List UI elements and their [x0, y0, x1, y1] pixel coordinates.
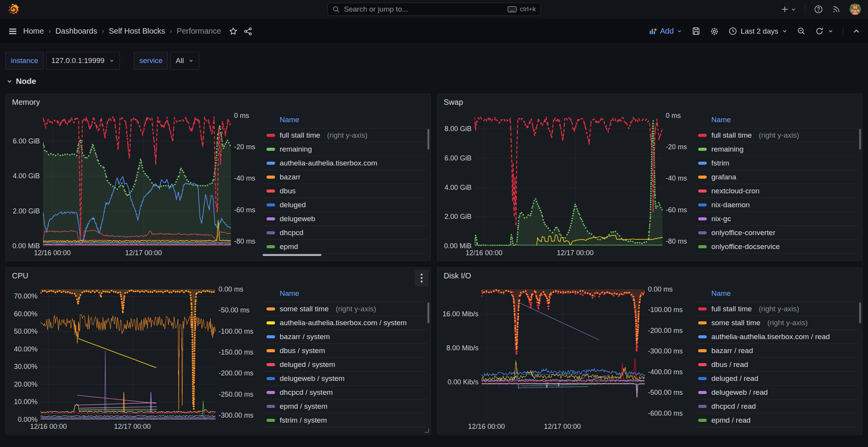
- legend-item[interactable]: authelia-authelia.tiserbox.com / read: [694, 329, 858, 343]
- legend-item[interactable]: full stall time(right y-axis): [263, 128, 427, 142]
- user-avatar[interactable]: [849, 3, 861, 15]
- legend-item[interactable]: full stall time(right y-axis): [694, 128, 858, 142]
- variable-instance-label[interactable]: instance: [5, 52, 44, 70]
- legend-item[interactable]: postgresql: [694, 253, 858, 258]
- legend-item[interactable]: fstrim: [694, 156, 858, 170]
- legend-item[interactable]: epmd / system: [263, 399, 427, 413]
- new-menu-button[interactable]: [781, 5, 796, 14]
- legend-item[interactable]: nix-daemon: [694, 198, 858, 212]
- legend-item[interactable]: some stall time(right y-axis): [263, 302, 427, 316]
- add-panel-button[interactable]: Add: [649, 27, 682, 36]
- legend-item[interactable]: grafana: [694, 170, 858, 184]
- legend-item[interactable]: deluged: [263, 198, 427, 212]
- panel-resize-handle[interactable]: [425, 428, 429, 433]
- legend-series-swatch: [698, 349, 707, 352]
- share-button[interactable]: [243, 27, 253, 36]
- y-axis-tick-label: 2.00 GiB: [13, 207, 40, 215]
- legend-item[interactable]: remaining: [694, 142, 858, 156]
- legend-item[interactable]: dhcpcd: [263, 225, 427, 239]
- y-axis-tick-label: -300.00 ms: [648, 347, 683, 355]
- search-input[interactable]: Search or jump to... ctrl+k: [327, 3, 541, 16]
- y-axis-tick-label: -60 ms: [666, 206, 687, 214]
- chart-plot-area[interactable]: [482, 289, 645, 420]
- legend-item[interactable]: dhcpcd / system: [263, 385, 427, 399]
- panel-title[interactable]: CPU: [12, 271, 28, 280]
- legend-scrollbar[interactable]: [427, 129, 429, 150]
- variable-instance-value[interactable]: 127.0.0.1:19999: [46, 52, 120, 70]
- grafana-logo[interactable]: [7, 3, 19, 15]
- panel-title[interactable]: Disk I/O: [444, 271, 471, 280]
- legend-item[interactable]: delugeweb / system: [263, 371, 427, 385]
- legend-item[interactable]: epmd: [263, 239, 427, 253]
- legend-scrollbar[interactable]: [427, 302, 429, 323]
- refresh-icon: [815, 27, 824, 36]
- time-range-picker[interactable]: Last 2 days: [728, 27, 788, 36]
- breadcrumb-dashboards[interactable]: Dashboards: [55, 27, 97, 36]
- y-axis-tick-label: -400.00 ms: [648, 368, 683, 376]
- legend-item[interactable]: dhcpcd / read: [694, 399, 858, 413]
- legend-item[interactable]: dbus: [263, 184, 427, 198]
- legend-item[interactable]: nextcloud-cron: [694, 184, 858, 198]
- breadcrumb-folder[interactable]: Self Host Blocks: [109, 27, 165, 36]
- legend-item[interactable]: dbus / system: [263, 343, 427, 357]
- legend-series-label: full stall time: [280, 131, 320, 140]
- row-node-toggle[interactable]: Node: [6, 77, 863, 86]
- collapse-toolbar-button[interactable]: [853, 27, 860, 35]
- panel-legend: Name full stall time(right y-axis)some s…: [690, 283, 862, 431]
- legend-item[interactable]: some stall time(right y-axis): [694, 316, 858, 329]
- chart-plot-area[interactable]: [41, 289, 215, 420]
- legend-item[interactable]: deluged / system: [263, 357, 427, 371]
- legend-item[interactable]: authelia-authelia.tiserbox.com: [263, 156, 427, 170]
- legend-scrollbar[interactable]: [859, 302, 861, 323]
- save-dashboard-button[interactable]: [692, 27, 701, 36]
- variable-service-label[interactable]: service: [134, 52, 168, 70]
- news-button[interactable]: [832, 5, 841, 14]
- favorite-button[interactable]: [229, 27, 238, 36]
- legend-header: Name: [263, 116, 427, 128]
- legend-item[interactable]: dbus / read: [694, 357, 858, 371]
- dashboard-settings-button[interactable]: [710, 27, 719, 36]
- y-axis-tick-label: -200.00 ms: [648, 326, 683, 334]
- legend-item[interactable]: grafana / system: [263, 427, 427, 431]
- y-axis-tick-label: 0 ms: [666, 112, 681, 120]
- y-axis-tick-label: 2.00 GiB: [444, 213, 472, 221]
- variable-service-value[interactable]: All: [170, 52, 199, 70]
- legend-item[interactable]: bazarr / read: [694, 343, 858, 357]
- zoom-out-button[interactable]: [797, 27, 806, 36]
- mega-menu-button[interactable]: [8, 26, 18, 36]
- legend-item[interactable]: delugeweb: [263, 212, 427, 225]
- legend-series-swatch: [698, 391, 707, 394]
- legend-item[interactable]: onlyoffice-converter: [694, 225, 858, 239]
- legend-item[interactable]: remaining: [263, 142, 427, 156]
- panel-memory: Memory 6.00 GiB4.00 GiB2.00 GiB0.00 MiB0…: [5, 94, 431, 261]
- y-axis-tick-label: -100.00 ms: [648, 306, 683, 314]
- breadcrumb-home[interactable]: Home: [23, 27, 44, 36]
- legend-series-swatch: [698, 307, 707, 311]
- hamburger-icon: [8, 26, 18, 36]
- legend-item[interactable]: deluged / read: [694, 371, 858, 385]
- legend-series-label: bazarr: [280, 173, 301, 181]
- legend-item[interactable]: full stall time(right y-axis): [694, 302, 858, 316]
- legend-h-scrollbar[interactable]: [263, 254, 321, 256]
- panel-title[interactable]: Memory: [12, 98, 40, 107]
- legend-item[interactable]: nix-gc: [694, 212, 858, 225]
- y-axis-right: 0.00 ms-50.00 ms-100.00 ms-150.00 ms-200…: [219, 289, 259, 420]
- refresh-button[interactable]: [815, 27, 834, 36]
- legend-item[interactable]: fstrim / system: [263, 413, 427, 427]
- legend-item[interactable]: bazarr / system: [263, 329, 427, 343]
- legend-scrollbar[interactable]: [859, 129, 861, 150]
- legend-item[interactable]: bazarr: [263, 170, 427, 184]
- panel-title[interactable]: Swap: [444, 98, 463, 107]
- breadcrumb-separator: ›: [170, 27, 172, 35]
- y-axis-tick-label: 6.00 GiB: [444, 154, 472, 162]
- chart-plot-area[interactable]: [475, 116, 663, 246]
- legend-item[interactable]: onlyoffice-docservice: [694, 239, 858, 253]
- breadcrumb-separator: ›: [102, 27, 104, 35]
- legend-item[interactable]: delugeweb / read: [694, 385, 858, 399]
- chart-plot-area[interactable]: [43, 116, 231, 246]
- help-button[interactable]: [814, 5, 823, 14]
- legend-item[interactable]: fstrim / read: [694, 427, 858, 431]
- legend-item[interactable]: epmd / read: [694, 413, 858, 427]
- legend-series-swatch: [267, 363, 275, 366]
- legend-item[interactable]: authelia-authelia.tiserbox.com / system: [263, 316, 427, 329]
